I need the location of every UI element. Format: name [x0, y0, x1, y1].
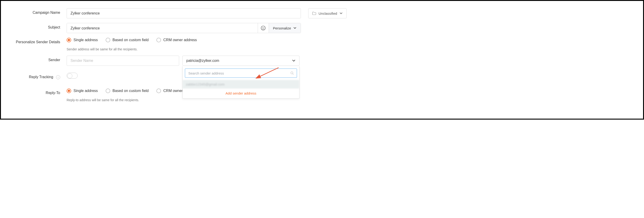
add-sender-address-link[interactable]: Add sender address — [182, 89, 299, 98]
field-personalize-sender: Single address Based on custom field CRM… — [66, 38, 635, 51]
field-reply-tracking — [66, 73, 635, 79]
radio-icon — [156, 38, 161, 42]
label-reply-to: Reply-To — [9, 89, 66, 95]
sender-email-select[interactable]: patricia@zylker.com — [182, 56, 300, 66]
label-sender: Sender — [9, 56, 66, 62]
info-icon[interactable]: i — [56, 75, 60, 79]
chevron-down-icon — [293, 27, 296, 29]
label-reply-tracking: Reply Tracking i — [9, 73, 66, 79]
row-personalize-sender: Personalize Sender Details Single addres… — [9, 38, 635, 51]
subject-input[interactable] — [67, 23, 258, 33]
radio-label: Based on custom field — [112, 89, 148, 93]
row-subject: Subject Personalize — [9, 23, 635, 33]
unclassified-label: Unclassified — [318, 12, 337, 16]
radio-label: Single address — [74, 89, 98, 93]
radio-icon — [156, 89, 161, 93]
radio-single-address[interactable]: Single address — [66, 38, 98, 42]
chevron-down-icon — [340, 12, 343, 15]
svg-point-3 — [291, 72, 293, 74]
unclassified-button[interactable]: Unclassified — [308, 8, 346, 19]
folder-icon — [312, 12, 316, 15]
label-personalize-sender: Personalize Sender Details — [9, 38, 66, 44]
radio-crm-owner[interactable]: CRM owner address — [156, 38, 197, 42]
sender-details-radio-group: Single address Based on custom field CRM… — [66, 38, 197, 42]
personalize-button[interactable]: Personalize — [269, 23, 301, 33]
field-subject: Personalize — [66, 23, 635, 33]
row-sender: Sender patricia@zylker.com — [9, 56, 635, 66]
radio-label: CRM owner address — [163, 38, 197, 42]
svg-point-2 — [264, 28, 264, 28]
sender-name-input[interactable] — [66, 56, 179, 66]
smile-icon — [261, 26, 266, 31]
sender-email-value: patricia@zylker.com — [186, 59, 219, 63]
label-subject: Subject — [9, 23, 66, 30]
row-reply-tracking: Reply Tracking i — [9, 73, 635, 79]
subject-group: Personalize — [66, 23, 301, 33]
chevron-down-icon — [292, 59, 296, 62]
reply-tracking-text: Reply Tracking — [29, 75, 53, 79]
svg-point-0 — [261, 26, 265, 30]
row-reply-to: Reply-To Single address Based on custom … — [9, 89, 635, 102]
personalize-label: Personalize — [273, 26, 291, 30]
radio-icon — [66, 38, 71, 42]
radio-label: Based on custom field — [112, 38, 148, 42]
radio-icon — [106, 38, 110, 42]
form-container: Campaign Name Unclassified Subject — [0, 0, 644, 120]
dropdown-search — [185, 69, 297, 78]
label-campaign-name: Campaign Name — [9, 8, 66, 15]
emoji-button[interactable] — [258, 23, 269, 33]
radio-icon — [106, 89, 110, 93]
row-campaign-name: Campaign Name Unclassified — [9, 8, 635, 19]
field-campaign-name: Unclassified — [66, 8, 635, 19]
reply-to-help: Reply-to address will be same for all th… — [66, 98, 635, 102]
reply-tracking-toggle[interactable] — [66, 73, 78, 79]
dropdown-search-container — [182, 66, 299, 80]
campaign-name-input[interactable] — [66, 8, 301, 19]
sender-details-help: Sender address will be same for all the … — [66, 47, 635, 51]
search-icon — [290, 71, 294, 75]
field-sender: patricia@zylker.com zabbix12345@gmail.co… — [66, 56, 635, 66]
search-sender-input[interactable] — [188, 71, 288, 75]
radio-custom-field[interactable]: Based on custom field — [106, 38, 148, 42]
svg-point-1 — [262, 28, 263, 28]
radio-label: Single address — [74, 38, 98, 42]
radio-replyto-single[interactable]: Single address — [66, 89, 98, 93]
radio-replyto-custom[interactable]: Based on custom field — [106, 89, 148, 93]
radio-icon — [66, 89, 71, 93]
sender-email-dropdown: zabbix12345@gmail.com Add sender address — [182, 66, 300, 99]
reply-to-radio-group: Single address Based on custom field CRM… — [66, 89, 197, 93]
field-reply-to: Single address Based on custom field CRM… — [66, 89, 635, 102]
sender-option[interactable]: zabbix12345@gmail.com — [182, 80, 299, 89]
